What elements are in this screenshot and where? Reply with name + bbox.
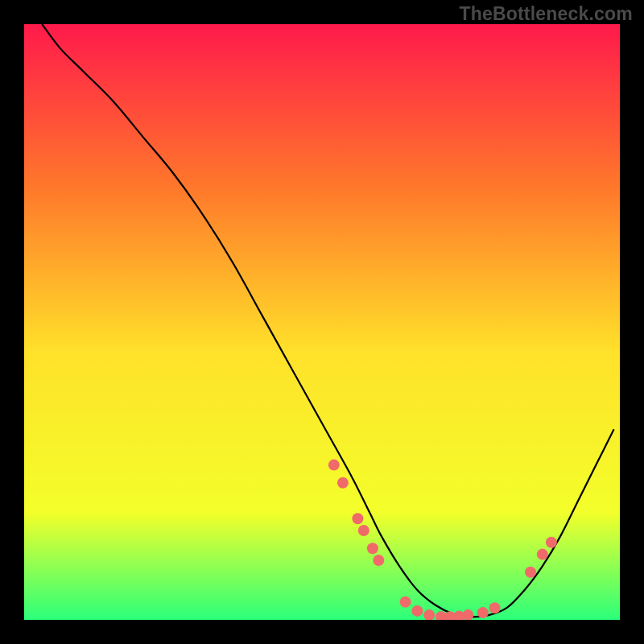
gradient-background [24, 24, 620, 620]
highlight-dot [328, 460, 340, 471]
chart-frame: TheBottleneck.com [0, 0, 644, 644]
bottleneck-chart [24, 24, 620, 620]
highlight-dot [337, 477, 349, 489]
highlight-dot [546, 537, 557, 548]
highlight-dot [477, 607, 489, 618]
highlight-dot [358, 525, 369, 536]
highlight-dot [537, 549, 548, 560]
highlight-dot [352, 513, 363, 524]
highlight-dot [400, 597, 411, 608]
highlight-dot [411, 605, 423, 617]
watermark-text: TheBottleneck.com [459, 3, 633, 25]
highlight-dot [373, 555, 384, 566]
highlight-dot [367, 543, 378, 554]
highlight-dot [525, 567, 536, 578]
highlight-dot [489, 602, 501, 613]
plot-area [24, 24, 620, 620]
